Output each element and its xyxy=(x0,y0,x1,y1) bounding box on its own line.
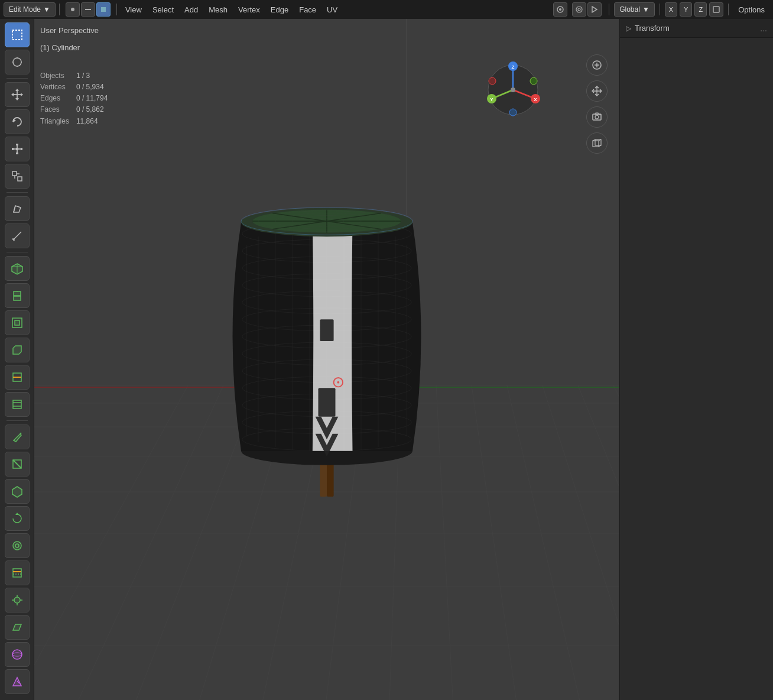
toolbar-sep-1 xyxy=(7,78,28,79)
svg-rect-7 xyxy=(713,7,719,12)
separator-1 xyxy=(59,4,60,15)
orthographic-btn[interactable] xyxy=(586,132,608,154)
edit-mode-selector[interactable]: Edit Mode ▼ xyxy=(4,2,56,17)
transform-extra-btn[interactable] xyxy=(709,2,723,17)
svg-rect-1 xyxy=(85,9,91,10)
separator-5 xyxy=(728,4,729,15)
svg-point-148 xyxy=(509,109,517,116)
options-btn[interactable]: Options xyxy=(733,2,769,17)
face-mode-btn[interactable] xyxy=(96,2,111,17)
right-properties-panel: ▷ Transform ... xyxy=(619,19,773,700)
to-sphere-tool-btn[interactable] xyxy=(5,642,30,667)
knife-tool-btn[interactable] xyxy=(5,424,30,449)
view-menu[interactable]: View xyxy=(121,2,147,17)
svg-rect-45 xyxy=(13,400,21,409)
proportional-edit-btn[interactable] xyxy=(572,2,586,17)
toolbar-sep-3 xyxy=(7,252,28,252)
edge-mode-btn[interactable] xyxy=(81,2,95,17)
gizmo-buttons xyxy=(586,54,608,154)
svg-rect-121 xyxy=(319,388,336,417)
main-area: User Perspective (1) Cylinder Objects 1 … xyxy=(0,19,773,700)
transform-label: Global xyxy=(619,5,640,14)
mesh-icons xyxy=(63,2,113,17)
svg-marker-16 xyxy=(15,89,19,91)
svg-line-33 xyxy=(13,232,21,240)
vertex-menu[interactable]: Vertex xyxy=(233,2,265,17)
svg-rect-39 xyxy=(14,291,21,296)
svg-marker-17 xyxy=(15,98,19,101)
svg-line-48 xyxy=(20,433,21,434)
svg-rect-27 xyxy=(16,153,18,154)
snap-btn[interactable] xyxy=(587,2,602,17)
separator-4 xyxy=(660,4,660,15)
rotate-tool-btn[interactable] xyxy=(5,109,30,134)
left-toolbar xyxy=(0,19,34,700)
move-tool-btn[interactable] xyxy=(5,82,30,107)
y-axis-btn[interactable]: Y xyxy=(680,2,692,17)
add-cube-tool-btn[interactable] xyxy=(5,256,30,281)
svg-point-149 xyxy=(489,77,496,85)
mode-arrow: ▼ xyxy=(43,5,50,14)
zoom-in-btn[interactable] xyxy=(586,54,608,76)
select-box-tool-btn[interactable] xyxy=(5,22,30,47)
bisect-tool-btn[interactable] xyxy=(5,452,30,477)
inset-tool-btn[interactable] xyxy=(5,310,30,335)
right-panel-header: ▷ Transform ... xyxy=(620,19,773,38)
vertex-mode-btn[interactable] xyxy=(66,2,80,17)
svg-rect-55 xyxy=(13,569,21,577)
svg-line-50 xyxy=(13,460,21,468)
top-menu-bar: Edit Mode ▼ View Select Add Mesh Vertex … xyxy=(0,0,773,19)
svg-rect-93 xyxy=(320,462,327,497)
svg-point-5 xyxy=(576,7,582,12)
svg-rect-42 xyxy=(15,320,20,325)
annotate-tool-btn[interactable] xyxy=(5,196,30,221)
smooth-vertex-tool-btn[interactable] xyxy=(5,533,30,558)
camera-view-btn[interactable] xyxy=(586,106,608,128)
shrink-fatten-tool-btn[interactable] xyxy=(5,588,30,612)
svg-marker-19 xyxy=(21,93,23,96)
cursor-tool-btn[interactable] xyxy=(5,50,30,74)
svg-point-158 xyxy=(599,114,600,115)
svg-marker-52 xyxy=(15,513,19,515)
svg-rect-28 xyxy=(12,171,17,176)
z-axis-btn[interactable]: Z xyxy=(694,2,707,17)
toolbar-sep-4 xyxy=(7,420,28,421)
panel-options-btn[interactable]: ... xyxy=(760,24,767,33)
svg-point-53 xyxy=(13,542,21,550)
navigation-gizmo[interactable]: Z X Y xyxy=(483,60,543,119)
pan-btn[interactable] xyxy=(586,80,608,102)
edge-slide-tool-btn[interactable] xyxy=(5,560,30,585)
offset-edge-tool-btn[interactable] xyxy=(5,392,30,417)
svg-text:Y: Y xyxy=(490,97,493,102)
scale-tool-btn[interactable] xyxy=(5,137,30,161)
measure-tool-btn[interactable] xyxy=(5,223,30,248)
poly-build-tool-btn[interactable] xyxy=(5,479,30,504)
svg-rect-38 xyxy=(14,296,21,300)
transform-selector[interactable]: Global ▼ xyxy=(614,2,655,17)
transform-tool-btn[interactable] xyxy=(5,164,30,189)
spin-tool-btn[interactable] xyxy=(5,506,30,531)
snap-icon[interactable] xyxy=(553,2,567,17)
transform-panel-icon: ▷ xyxy=(626,24,631,33)
extrude-tool-btn[interactable] xyxy=(5,283,30,308)
uv-menu[interactable]: UV xyxy=(322,2,342,17)
x-axis-btn[interactable]: X xyxy=(665,2,677,17)
separator-2 xyxy=(116,4,117,15)
svg-rect-94 xyxy=(327,462,334,497)
shear-tool-btn[interactable] xyxy=(5,615,30,640)
face-menu[interactable]: Face xyxy=(294,2,321,17)
right-panel-content xyxy=(620,38,773,700)
add-menu[interactable]: Add xyxy=(180,2,203,17)
svg-rect-23 xyxy=(16,148,18,150)
rip-tool-btn[interactable] xyxy=(5,669,30,694)
svg-marker-18 xyxy=(11,93,14,96)
svg-text:X: X xyxy=(534,97,537,102)
edge-menu[interactable]: Edge xyxy=(266,2,293,17)
bevel-tool-btn[interactable] xyxy=(5,338,30,362)
mesh-menu[interactable]: Mesh xyxy=(204,2,232,17)
svg-point-136 xyxy=(337,381,339,384)
select-menu[interactable]: Select xyxy=(148,2,178,17)
loop-cut-tool-btn[interactable] xyxy=(5,365,30,390)
svg-rect-8 xyxy=(12,30,22,40)
viewport[interactable]: User Perspective (1) Cylinder Objects 1 … xyxy=(34,19,619,700)
